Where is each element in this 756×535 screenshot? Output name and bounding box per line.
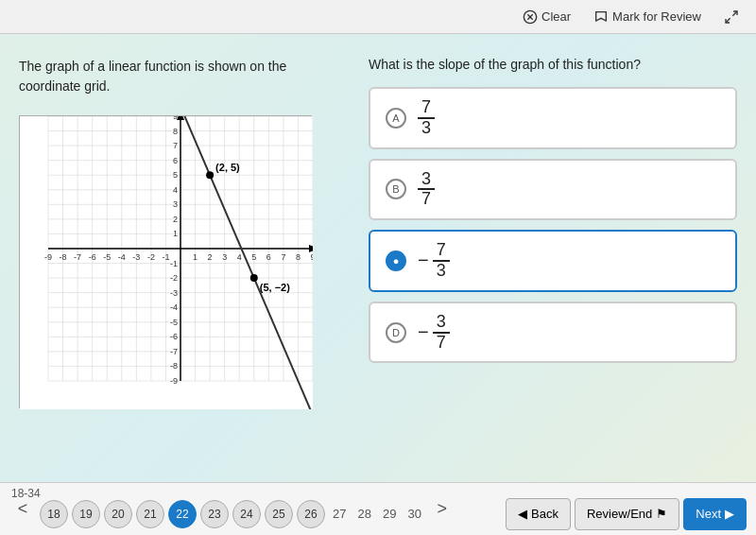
graph-container — [19, 115, 312, 408]
choice-d-numerator: 3 — [433, 313, 450, 334]
main-content: The graph of a linear function is shown … — [0, 34, 756, 482]
choice-b[interactable]: B 3 7 — [369, 159, 737, 221]
choice-c-text: − 7 3 — [418, 241, 450, 281]
choice-c-numerator: 7 — [433, 241, 450, 262]
nav-num-23[interactable]: 23 — [200, 500, 229, 528]
coordinate-graph — [20, 116, 313, 409]
nav-num-21[interactable]: 21 — [136, 500, 164, 528]
clear-label: Clear — [541, 9, 571, 24]
mark-review-label: Mark for Review — [612, 9, 701, 24]
next-arrow-icon: ▶ — [725, 507, 734, 521]
choice-d-denominator: 7 — [433, 334, 450, 353]
clear-button[interactable]: Clear — [515, 6, 578, 28]
back-label: Back — [531, 507, 558, 521]
next-button[interactable]: Next ▶ — [683, 498, 747, 530]
back-icon: ◀ — [518, 507, 527, 521]
choice-c[interactable]: ● − 7 3 — [369, 230, 737, 292]
question-range-label: 18-34 — [11, 487, 41, 500]
toolbar: Clear Mark for Review — [0, 0, 756, 34]
choice-b-label: B — [386, 179, 406, 199]
nav-num-26[interactable]: 26 — [297, 500, 325, 528]
nav-num-25[interactable]: 25 — [265, 500, 293, 528]
nav-num-24[interactable]: 24 — [232, 500, 261, 528]
nav-num-27[interactable]: 27 — [329, 507, 350, 521]
svg-line-3 — [732, 11, 737, 16]
nav-num-18[interactable]: 18 — [40, 500, 68, 528]
nav-next-arrow[interactable]: > — [429, 496, 455, 523]
choice-b-denominator: 7 — [418, 190, 435, 209]
choice-d-sign: − — [418, 321, 429, 343]
svg-line-4 — [726, 18, 730, 23]
right-question-text: What is the slope of the graph of this f… — [369, 57, 737, 72]
choice-b-numerator: 3 — [418, 170, 435, 191]
choice-a-label: A — [386, 108, 406, 129]
left-panel: The graph of a linear function is shown … — [0, 34, 350, 482]
expand-button[interactable] — [716, 6, 747, 28]
choice-d-text: − 3 7 — [418, 313, 450, 353]
right-panel: What is the slope of the graph of this f… — [350, 34, 756, 482]
back-button[interactable]: ◀ Back — [506, 498, 571, 530]
nav-num-28[interactable]: 28 — [353, 507, 374, 521]
choice-a[interactable]: A 7 3 — [369, 87, 737, 149]
review-end-button[interactable]: Review/End ⚑ — [575, 498, 679, 530]
left-question-text: The graph of a linear function is shown … — [19, 57, 331, 96]
nav-num-22[interactable]: 22 — [168, 500, 197, 528]
choice-d[interactable]: D − 3 7 — [369, 302, 737, 364]
review-label: Review/End — [587, 507, 652, 521]
nav-num-19[interactable]: 19 — [72, 500, 100, 528]
nav-num-20[interactable]: 20 — [104, 500, 132, 528]
flag-icon: ⚑ — [656, 507, 667, 521]
nav-numbers: 18 19 20 21 22 23 24 25 26 27 28 29 30 — [40, 500, 425, 528]
choice-c-sign: − — [418, 250, 429, 271]
choice-b-text: 3 7 — [418, 170, 435, 210]
answer-choices: A 7 3 B 3 7 — [369, 87, 737, 363]
mark-review-button[interactable]: Mark for Review — [586, 6, 709, 28]
nav-num-30[interactable]: 30 — [404, 507, 424, 521]
bottom-nav: 18-34 < 18 19 20 21 22 23 24 25 26 27 28… — [0, 482, 756, 535]
choice-d-label: D — [386, 322, 406, 343]
choice-c-label: ● — [386, 250, 406, 271]
choice-c-denominator: 3 — [433, 262, 450, 281]
choice-a-numerator: 7 — [418, 98, 435, 119]
next-label: Next — [696, 507, 721, 521]
nav-num-29[interactable]: 29 — [379, 507, 400, 521]
choice-a-denominator: 3 — [418, 119, 435, 138]
choice-a-text: 7 3 — [418, 98, 435, 138]
